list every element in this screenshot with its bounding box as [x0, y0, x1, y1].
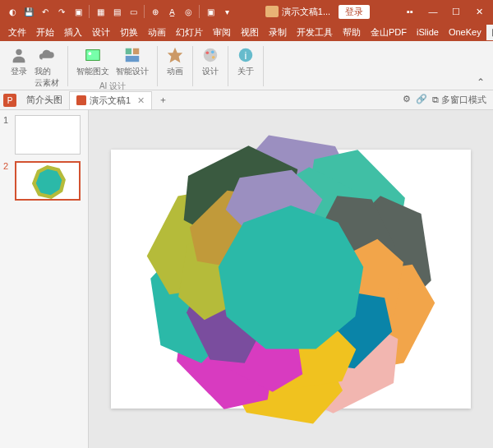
close-button[interactable]: ✕	[468, 3, 490, 20]
user-icon	[10, 46, 28, 64]
powerpoint-icon: P	[3, 94, 16, 107]
thumbnail-preview	[15, 115, 81, 155]
animation-button[interactable]: 动画	[163, 44, 187, 79]
smart-image-button[interactable]: 智能图文	[73, 44, 113, 79]
tab-review[interactable]: 审阅	[208, 25, 236, 40]
ribbon-group-design2: 设计	[195, 43, 226, 90]
ribbon-group-anim: 动画	[159, 43, 191, 90]
window-controls: ▪▪ — ☐ ✕	[396, 3, 493, 20]
link-icon[interactable]: 🔗	[416, 94, 427, 106]
qat-separator	[199, 5, 200, 18]
qat-ext-3[interactable]: ◎	[181, 4, 196, 19]
qat-separator	[144, 5, 145, 18]
tab-record[interactable]: 录制	[264, 25, 292, 40]
qat-ext-4[interactable]: ▣	[203, 4, 218, 19]
svg-point-7	[204, 48, 218, 62]
app-icon	[265, 6, 279, 17]
ribbon-group-about: i 关于	[230, 43, 261, 90]
multi-window-button[interactable]: ⧉ 多窗口模式	[432, 94, 486, 106]
svg-rect-1	[86, 50, 100, 61]
svg-point-0	[16, 49, 21, 55]
qat-more-1[interactable]: ▦	[93, 4, 108, 19]
tab-developer[interactable]: 开发工具	[292, 25, 338, 40]
document-tab-bar: P 简介头图 演示文稿1 ✕ ＋ ⚙ 🔗 ⧉ 多窗口模式	[0, 90, 493, 110]
doc-tab-2[interactable]: 演示文稿1 ✕	[69, 91, 152, 109]
qat-ext-1[interactable]: ⊕	[148, 4, 163, 19]
close-tab-icon[interactable]: ✕	[137, 95, 145, 106]
ribbon-separator	[67, 46, 68, 86]
cloud-icon	[38, 46, 56, 64]
redo-button[interactable]: ↷	[54, 4, 69, 19]
tab-pocket[interactable]: 口袋动	[486, 25, 493, 40]
tab-onekey[interactable]: OneKey	[444, 25, 486, 39]
tab-design[interactable]: 设计	[87, 25, 115, 40]
tab-slideshow[interactable]: 幻灯片	[171, 25, 208, 40]
tab-animation[interactable]: 动画	[143, 25, 171, 40]
about-button[interactable]: i 关于	[233, 44, 258, 79]
cloud-material-button[interactable]: 我的 云素材	[31, 44, 62, 90]
ribbon-collapse-button[interactable]: ⌃	[472, 75, 490, 90]
title-bar: ◐ 💾 ↶ ↷ ▣ ▦ ▤ ▭ ⊕ A̲ ◎ ▣ ▾ 演示文稿1... 登录 ▪…	[0, 0, 493, 23]
qat-more-3[interactable]: ▭	[126, 4, 141, 19]
ribbon-group-account: 登录 我的 云素材 账户	[3, 43, 66, 90]
svg-point-2	[89, 52, 92, 55]
login-badge[interactable]: 登录	[339, 5, 370, 19]
svg-point-9	[211, 51, 214, 54]
tab-file[interactable]: 文件	[3, 25, 31, 40]
ribbon-options-button[interactable]: ▪▪	[399, 3, 421, 20]
info-icon: i	[237, 46, 255, 64]
ribbon-tabs: 文件 开始 插入 设计 切换 动画 幻灯片 审阅 视图 录制 开发工具 帮助 金…	[0, 23, 493, 41]
qat-separator	[89, 5, 90, 18]
document-title: 演示文稿1...	[282, 6, 330, 18]
doc-tab-1[interactable]: 简介头图	[20, 91, 69, 109]
ribbon-group-ai: 智能图文 智能设计 AI 设计	[70, 43, 155, 90]
thumbnail-preview	[15, 161, 81, 201]
main-area: 1 2 GX / 网 system.com	[0, 110, 493, 448]
palette-icon	[201, 46, 219, 64]
tab-pdf[interactable]: 金山PDF	[366, 25, 412, 40]
svg-point-10	[212, 56, 215, 59]
thumbnail-slide-1[interactable]: 1	[3, 115, 85, 155]
qat-ext-2[interactable]: A̲	[164, 4, 179, 19]
ribbon: 登录 我的 云素材 账户 智能图文 智能设计 AI 设计 动画	[0, 41, 493, 90]
slideshow-button[interactable]: ▣	[71, 4, 85, 19]
animation-icon	[166, 46, 184, 64]
minimize-button[interactable]: —	[422, 3, 444, 20]
ppt-file-icon	[76, 95, 86, 105]
svg-rect-15	[76, 95, 86, 105]
smart-design-button[interactable]: 智能设计	[113, 44, 152, 79]
design-button[interactable]: 设计	[198, 44, 223, 79]
tab-islide[interactable]: iSlide	[412, 25, 444, 39]
ribbon-separator	[263, 46, 264, 86]
title-center: 演示文稿1... 登录	[239, 5, 396, 19]
quick-access-toolbar: ◐ 💾 ↶ ↷ ▣ ▦ ▤ ▭ ⊕ A̲ ◎ ▣ ▾	[0, 4, 239, 19]
slide-thumbnails-panel[interactable]: 1 2	[0, 110, 89, 448]
ribbon-separator	[228, 46, 228, 86]
tab-transition[interactable]: 切换	[115, 25, 143, 40]
slide[interactable]	[111, 150, 471, 409]
image-icon	[84, 46, 102, 64]
slide-canvas-area[interactable]: GX / 网 system.com	[89, 110, 493, 448]
undo-button[interactable]: ↶	[38, 4, 53, 19]
svg-rect-4	[133, 48, 139, 54]
login-account-button[interactable]: 登录	[7, 44, 31, 79]
tab-insert[interactable]: 插入	[59, 25, 87, 40]
spiral-shape[interactable]	[143, 127, 439, 432]
svg-rect-3	[126, 48, 131, 54]
autosave-toggle[interactable]: ◐	[5, 4, 20, 19]
svg-rect-5	[126, 56, 140, 62]
thumbnail-slide-2[interactable]: 2	[3, 161, 85, 201]
tab-view[interactable]: 视图	[236, 25, 264, 40]
ribbon-separator	[192, 46, 193, 86]
tab-home[interactable]: 开始	[31, 25, 59, 40]
save-button[interactable]: 💾	[21, 4, 36, 19]
settings-icon[interactable]: ⚙	[403, 94, 411, 106]
ribbon-separator	[157, 46, 158, 86]
qat-dropdown[interactable]: ▾	[219, 4, 234, 19]
new-doc-tab[interactable]: ＋	[152, 91, 174, 109]
svg-point-8	[206, 51, 210, 54]
qat-more-2[interactable]: ▤	[109, 4, 124, 19]
tab-help[interactable]: 帮助	[338, 25, 366, 40]
maximize-button[interactable]: ☐	[445, 3, 467, 20]
thumbnail-shape-icon	[16, 163, 82, 202]
